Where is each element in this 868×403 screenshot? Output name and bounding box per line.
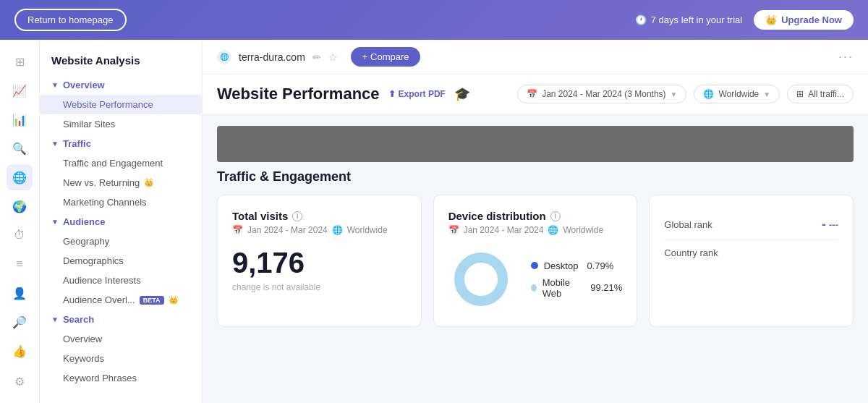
- chevron-down-icon: ▼: [51, 81, 59, 89]
- nav-item-similar-sites[interactable]: Similar Sites: [40, 114, 202, 134]
- sidebar-icon-globe2[interactable]: 🌍: [7, 193, 33, 219]
- total-visits-value: 9,176: [232, 247, 407, 279]
- global-rank-label: Global rank: [664, 219, 712, 230]
- nav-item-geography[interactable]: Geography: [40, 232, 202, 251]
- content-area: Traffic & Engagement Total visits i 📅 Ja…: [203, 114, 868, 350]
- device-legend: Desktop 0.79% Mobile Web 99.21%: [531, 260, 623, 299]
- top-bar-left: Return to homepage: [14, 9, 127, 31]
- chevron-down-icon-audience: ▼: [51, 218, 59, 226]
- sidebar-icon-clock2[interactable]: ⏱: [7, 222, 33, 248]
- device-distribution-subtitle: 📅 Jan 2024 - Mar 2024 🌐 Worldwide: [448, 225, 623, 235]
- traffic-icon: ⊞: [796, 89, 804, 99]
- chevron-down-icon-search: ▼: [51, 315, 59, 323]
- nav-item-marketing-channels[interactable]: Marketing Channels: [40, 192, 202, 212]
- nav-item-search-overview[interactable]: Overview: [40, 329, 202, 349]
- sidebar-icon-search2[interactable]: 🔎: [7, 309, 33, 335]
- nav-item-traffic-engagement[interactable]: Traffic and Engagement: [40, 153, 202, 173]
- clock-icon: 🕐: [635, 14, 647, 25]
- globe-icon-visits: 🌐: [332, 225, 343, 235]
- top-bar-right: 🕐 7 days left in your trial 👑 Upgrade No…: [635, 10, 854, 30]
- chevron-down-icon-location: ▼: [763, 90, 770, 98]
- more-options-button[interactable]: ···: [838, 49, 854, 64]
- calendar-icon-device: 📅: [448, 225, 459, 235]
- compare-button[interactable]: + Compare: [351, 47, 421, 67]
- globe-icon: 🌐: [703, 89, 714, 99]
- star-icon[interactable]: ☆: [328, 51, 338, 63]
- sidebar-icon-search-magnify[interactable]: 🔍: [7, 135, 33, 161]
- calendar-icon-visits: 📅: [232, 225, 243, 235]
- country-rank-row: Country rank: [664, 240, 838, 266]
- app-title: Website Analysis: [40, 48, 202, 75]
- nav-section-traffic[interactable]: ▼ Traffic: [40, 134, 202, 153]
- beta-badge: BETA: [140, 296, 164, 305]
- total-visits-card: Total visits i 📅 Jan 2024 - Mar 2024 🌐 W…: [217, 195, 422, 327]
- icon-sidebar: ⊞ 📈 📊 🔍 🌐 🌍 ⏱ ≡ 👤 🔎 👍 ⚙: [0, 40, 40, 403]
- desktop-dot: [531, 262, 538, 269]
- chevron-down-icon-date: ▼: [671, 90, 678, 98]
- nav-item-audience-overlap[interactable]: Audience Overl... BETA 👑: [40, 290, 202, 310]
- blurred-image-placeholder: [217, 126, 854, 162]
- top-bar: Return to homepage 🕐 7 days left in your…: [0, 0, 868, 40]
- nav-section-search[interactable]: ▼ Search: [40, 310, 202, 329]
- nav-section-overview[interactable]: ▼ Overview: [40, 75, 202, 95]
- sidebar-icon-filter[interactable]: ≡: [7, 251, 33, 277]
- main-content: 🌐 terra-dura.com ✏ ☆ + Compare ··· Websi…: [203, 40, 868, 403]
- edit-icon[interactable]: ✏: [312, 51, 321, 63]
- legend-item-desktop: Desktop 0.79%: [531, 260, 623, 271]
- cards-row: Total visits i 📅 Jan 2024 - Mar 2024 🌐 W…: [217, 195, 854, 327]
- mobile-value: 99.21%: [590, 282, 622, 293]
- location-filter[interactable]: 🌐 Worldwide ▼: [694, 85, 780, 103]
- global-rank-value: - ---: [822, 217, 838, 232]
- legend-item-mobile: Mobile Web 99.21%: [531, 277, 623, 299]
- crown-icon: 👑: [765, 14, 777, 25]
- traffic-filter[interactable]: ⊞ All traffi...: [787, 85, 854, 103]
- globe-icon-device: 🌐: [548, 225, 558, 235]
- nav-item-demographics[interactable]: Demographics: [40, 251, 202, 271]
- chevron-down-icon-traffic: ▼: [51, 140, 59, 148]
- total-visits-change: change is not available: [232, 282, 407, 292]
- desktop-value: 0.79%: [587, 260, 613, 271]
- calendar-icon: 📅: [527, 89, 537, 99]
- domain-name: terra-dura.com: [239, 51, 305, 63]
- nav-item-new-returning[interactable]: New vs. Returning 👑: [40, 173, 202, 192]
- layout: ⊞ 📈 📊 🔍 🌐 🌍 ⏱ ≡ 👤 🔎 👍 ⚙ Website Analysis…: [0, 40, 868, 403]
- total-visits-title: Total visits i: [232, 210, 407, 222]
- svg-point-0: [459, 258, 503, 301]
- crown-icon-overlap: 👑: [169, 295, 179, 305]
- sidebar-icon-chart[interactable]: 📈: [7, 77, 33, 103]
- export-pdf-button[interactable]: ⬆ Export PDF: [388, 89, 446, 99]
- sidebar-icon-settings[interactable]: ⚙: [7, 368, 33, 394]
- mobile-dot: [531, 284, 537, 292]
- trial-text: 🕐 7 days left in your trial: [635, 14, 742, 25]
- nav-item-keywords[interactable]: Keywords: [40, 349, 202, 368]
- section-title-traffic-engagement: Traffic & Engagement: [217, 169, 854, 184]
- date-range-filter[interactable]: 📅 Jan 2024 - Mar 2024 (3 Months) ▼: [517, 85, 686, 103]
- device-card-inner: Desktop 0.79% Mobile Web 99.21%: [448, 247, 623, 312]
- sidebar-icon-bar[interactable]: 📊: [7, 106, 33, 132]
- domain-favicon: 🌐: [217, 50, 231, 64]
- global-rank-row: Global rank - ---: [664, 210, 838, 240]
- nav-item-website-performance[interactable]: Website Performance: [40, 95, 202, 114]
- page-header: Website Performance ⬆ Export PDF 🎓 📅 Jan…: [203, 75, 868, 114]
- desktop-label: Desktop: [544, 260, 579, 271]
- page-title: Website Performance: [217, 85, 380, 103]
- sidebar-icon-person[interactable]: 👤: [7, 280, 33, 306]
- domain-bar: 🌐 terra-dura.com ✏ ☆ + Compare ···: [203, 40, 868, 75]
- nav-section-audience[interactable]: ▼ Audience: [40, 212, 202, 232]
- nav-sidebar: Website Analysis ▼ Overview Website Perf…: [40, 40, 203, 403]
- sidebar-icon-dashboard[interactable]: ⊞: [7, 48, 33, 75]
- device-distribution-title: Device distribution i: [448, 210, 623, 222]
- sidebar-icon-globe[interactable]: 🌐: [7, 164, 33, 190]
- info-icon-visits[interactable]: i: [292, 211, 302, 221]
- sidebar-icon-thumbup[interactable]: 👍: [7, 338, 33, 364]
- donut-svg: [448, 247, 514, 312]
- donut-chart: [448, 247, 514, 312]
- mobile-label: Mobile Web: [542, 277, 582, 299]
- nav-item-keyword-phrases[interactable]: Keyword Phrases: [40, 368, 202, 388]
- return-homepage-button[interactable]: Return to homepage: [14, 9, 127, 31]
- upgrade-button[interactable]: 👑 Upgrade Now: [754, 10, 854, 30]
- country-rank-label: Country rank: [664, 247, 718, 258]
- info-icon-device[interactable]: i: [550, 211, 561, 221]
- nav-item-audience-interests[interactable]: Audience Interests: [40, 271, 202, 290]
- hat-icon: 🎓: [454, 86, 470, 102]
